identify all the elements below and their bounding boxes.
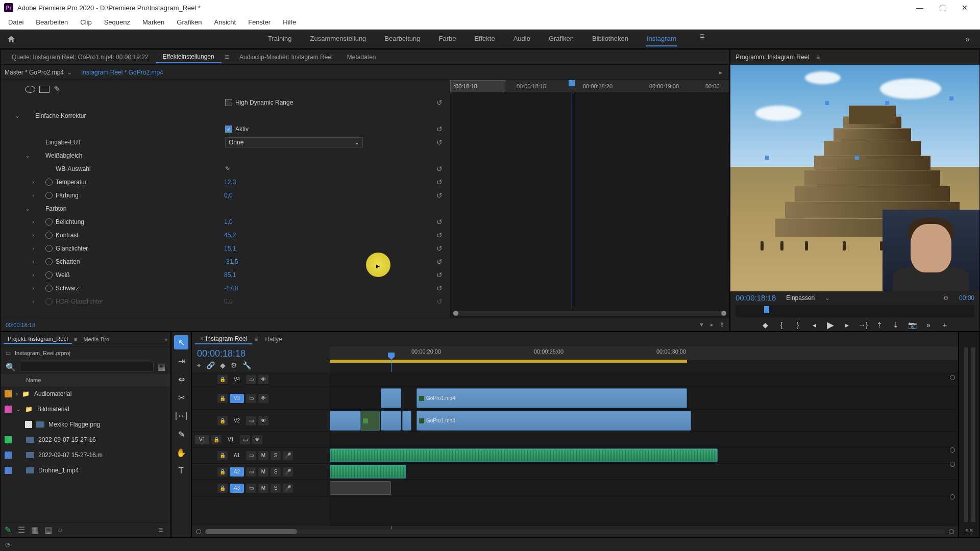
toggle-output-icon[interactable]: ▭ (246, 484, 256, 493)
reset-icon[interactable]: ↺ (436, 165, 443, 173)
home-button[interactable] (4, 32, 18, 46)
workspace-zusammenstellung[interactable]: Zusammenstellung (309, 32, 368, 46)
label-color-chip[interactable] (5, 436, 12, 443)
workspace-training[interactable]: Training (267, 32, 292, 46)
panel-menu-icon[interactable]: ≡ (222, 53, 232, 62)
linked-selection-icon[interactable]: 🔗 (206, 361, 215, 370)
jump-out-icon[interactable]: →} (859, 320, 868, 330)
track-label-v1[interactable]: V1 (224, 437, 238, 442)
workspace-menu-icon[interactable]: ≡ (694, 32, 710, 46)
chevron-down-icon[interactable]: ⌄ (25, 205, 30, 212)
chevron-right-icon[interactable]: › (32, 218, 34, 226)
fit-dropdown[interactable]: Einpassen (786, 294, 815, 302)
eye-icon[interactable]: 👁 (258, 416, 268, 425)
lock-icon[interactable]: 🔒 (217, 375, 228, 384)
temperature-value[interactable]: 12,3 (224, 179, 236, 186)
overflow-icon[interactable]: » (164, 336, 167, 342)
lock-icon[interactable]: 🔒 (217, 394, 228, 403)
reset-icon[interactable]: ↺ (436, 218, 443, 226)
nested-clip[interactable] (360, 411, 380, 431)
video-clip[interactable] (402, 411, 411, 431)
menu-fenster[interactable]: Fenster (242, 16, 277, 28)
export-icon[interactable]: ⇪ (720, 321, 724, 328)
track-target-a3[interactable]: A3 (230, 484, 244, 493)
menu-clip[interactable]: Clip (74, 16, 97, 28)
video-clip[interactable] (381, 388, 401, 408)
type-tool[interactable]: T (174, 464, 188, 478)
reset-icon[interactable]: ↺ (436, 231, 443, 239)
whites-value[interactable]: 85,1 (224, 271, 236, 279)
snap-icon[interactable]: ⌖ (197, 361, 201, 370)
timeline-zoom-bar[interactable] (205, 529, 945, 534)
track-label-v4[interactable]: V4 (230, 377, 244, 382)
extract-icon[interactable]: ⇣ (891, 320, 900, 330)
reset-icon[interactable]: ↺ (436, 178, 443, 186)
track-label-a1[interactable]: A1 (230, 453, 244, 458)
list-item[interactable]: ⌄ 📁 Bildmaterial (1, 402, 170, 417)
workspace-farbe[interactable]: Farbe (437, 32, 457, 46)
export-frame-icon[interactable]: 📷 (908, 320, 917, 330)
hand-tool[interactable]: ✋ (174, 445, 188, 460)
stopwatch-icon[interactable] (45, 192, 53, 199)
workspace-grafiken[interactable]: Grafiken (548, 32, 575, 46)
sort-icon[interactable]: ≡ (158, 525, 166, 535)
list-view-icon[interactable]: ☰ (18, 525, 26, 535)
chevron-right-icon[interactable]: › (16, 390, 18, 397)
workspace-instagram[interactable]: Instagram (646, 32, 677, 46)
zoom-handle-right[interactable] (949, 529, 954, 534)
zoom-slider-icon[interactable]: ○ (58, 525, 66, 535)
lock-icon[interactable]: 🔒 (217, 416, 228, 425)
workspace-bearbeitung[interactable]: Bearbeitung (383, 32, 421, 46)
filter-icon[interactable]: ▼ (699, 321, 704, 328)
eyedropper-icon[interactable]: ✎ (225, 165, 230, 172)
label-color-chip[interactable] (5, 406, 12, 413)
timeline-tab-rallye[interactable]: Rallye (260, 335, 287, 344)
eye-icon[interactable]: 👁 (252, 435, 262, 444)
playhead-marker[interactable] (569, 80, 575, 86)
wrench-icon[interactable]: 🔧 (242, 361, 251, 370)
reset-icon[interactable]: ↺ (436, 125, 443, 133)
timeline-timecode[interactable]: 00:00:18:18 (197, 348, 325, 359)
reset-icon[interactable]: ↺ (436, 271, 443, 279)
label-color-chip[interactable] (5, 390, 12, 397)
reset-icon[interactable]: ↺ (436, 297, 443, 306)
label-color-chip[interactable] (5, 452, 12, 459)
tab-source[interactable]: Quelle: Instagram Reel: GoPro1.mp4: 00:0… (5, 52, 156, 63)
marker-icon[interactable]: ◆ (220, 361, 226, 370)
settings-icon[interactable]: ⚙ (943, 294, 949, 302)
chevron-right-icon[interactable]: › (32, 271, 34, 279)
zoom-handle[interactable] (205, 529, 297, 534)
active-checkbox[interactable]: ✓ (225, 126, 232, 133)
source-patch-v1[interactable]: V1 (195, 435, 209, 444)
selection-handle[interactable] (885, 101, 889, 105)
solo-icon[interactable]: S (271, 451, 281, 460)
solo-icon[interactable]: S (271, 467, 281, 477)
list-item[interactable]: 2022-09-07 15-27-16.m (1, 447, 170, 463)
freeform-view-icon[interactable]: ▤ (44, 525, 53, 535)
list-item[interactable]: 2022-09-07 15-27-16 (1, 432, 170, 447)
tab-effect-controls[interactable]: Effekteinstellungen (156, 51, 222, 63)
chevron-right-icon[interactable]: › (32, 192, 34, 199)
new-bin-icon[interactable]: ▦ (158, 362, 165, 372)
stopwatch-icon[interactable] (45, 285, 53, 292)
chevron-down-icon[interactable]: ⌄ (15, 112, 20, 119)
mute-icon[interactable]: M (258, 451, 268, 460)
zoom-handle-left[interactable] (196, 529, 201, 534)
tab-metadata[interactable]: Metadaten (340, 52, 383, 63)
eye-icon[interactable]: 👁 (258, 375, 268, 384)
chevron-down-icon[interactable]: ⌄ (825, 294, 830, 302)
marker-add-icon[interactable]: ◆ (761, 320, 770, 330)
menu-datei[interactable]: Datei (2, 16, 30, 28)
input-lut-dropdown[interactable]: Ohne⌄ (225, 137, 363, 147)
hdr-highlights-value[interactable]: 0,0 (224, 298, 233, 305)
stopwatch-icon[interactable] (45, 271, 53, 279)
highlights-value[interactable]: 15,1 (224, 245, 236, 252)
video-clip[interactable] (330, 411, 360, 431)
eye-icon[interactable]: 👁 (258, 394, 268, 403)
chevron-right-icon[interactable]: › (32, 285, 34, 292)
in-point-icon[interactable]: { (777, 320, 786, 330)
mute-icon[interactable]: M (258, 484, 268, 493)
selection-handle[interactable] (825, 101, 829, 105)
program-viewport[interactable] (730, 65, 979, 291)
lock-icon[interactable]: 🔒 (217, 484, 228, 493)
